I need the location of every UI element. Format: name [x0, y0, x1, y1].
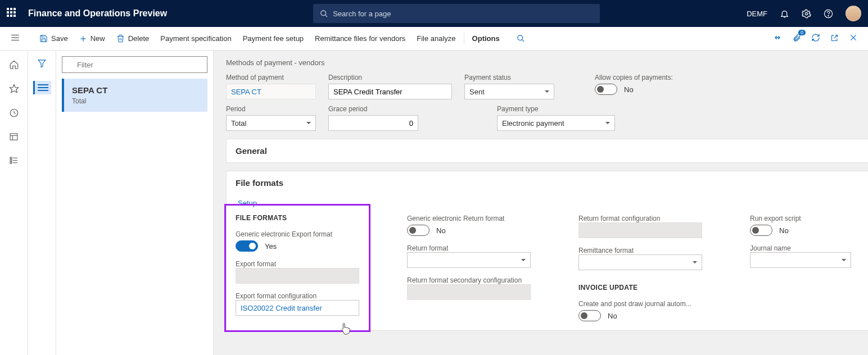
- attach-badge: 0: [798, 30, 806, 35]
- gen-return-value: No: [436, 226, 446, 235]
- payment-spec-button[interactable]: Payment specification: [155, 32, 237, 45]
- svg-marker-14: [10, 85, 18, 93]
- top-bar: Finance and Operations Preview Search fo…: [0, 0, 868, 27]
- save-button[interactable]: Save: [34, 32, 74, 45]
- list-column: SEPA CT Total: [56, 51, 214, 355]
- avatar[interactable]: [846, 6, 861, 21]
- close-icon[interactable]: [849, 33, 858, 44]
- save-icon: [39, 34, 48, 43]
- run-export-toggle[interactable]: [750, 225, 772, 236]
- payment-status-select[interactable]: Sent: [464, 84, 554, 99]
- return-config-input: [578, 222, 702, 238]
- plus-icon: [79, 35, 87, 43]
- popout-icon[interactable]: [830, 34, 839, 44]
- help-icon[interactable]: [824, 9, 833, 19]
- svg-point-4: [828, 15, 829, 16]
- description-label: Description: [328, 74, 452, 81]
- period-select[interactable]: Total: [226, 115, 316, 131]
- list-icon[interactable]: [9, 156, 19, 167]
- options-button[interactable]: Options: [467, 32, 505, 45]
- filter-column: [28, 51, 56, 355]
- payment-status-label: Payment status: [464, 74, 554, 81]
- allow-copies-value: No: [624, 85, 634, 94]
- list-item[interactable]: SEPA CT Total: [62, 79, 207, 112]
- refresh-icon[interactable]: [811, 33, 820, 44]
- allow-copies-label: Allow copies of payments:: [595, 74, 673, 81]
- svg-point-2: [805, 12, 807, 15]
- svg-rect-16: [10, 134, 17, 140]
- allow-copies-toggle[interactable]: [595, 84, 617, 95]
- new-button[interactable]: New: [74, 32, 111, 45]
- return-secondary-input: [407, 284, 531, 300]
- search-input[interactable]: Search for a page: [313, 4, 600, 23]
- view-lines-icon[interactable]: [33, 81, 51, 94]
- svg-marker-25: [38, 60, 46, 67]
- search-icon: [320, 10, 328, 18]
- payment-type-select[interactable]: Electronic payment: [497, 115, 615, 131]
- section-file-formats-header[interactable]: File formats: [227, 171, 868, 194]
- payment-fee-button[interactable]: Payment fee setup: [237, 32, 309, 45]
- clock-icon[interactable]: [9, 108, 19, 120]
- ribbon: Save New Delete Payment specification Pa…: [0, 27, 868, 51]
- search-icon: [517, 34, 525, 43]
- highlight-box: [224, 204, 370, 332]
- gen-return-toggle[interactable]: [407, 225, 430, 236]
- trash-icon: [116, 34, 125, 43]
- star-icon[interactable]: [9, 84, 19, 95]
- create-post-label: Create and post draw journal autom...: [578, 300, 691, 308]
- main-area: Methods of payment - vendors Method of p…: [214, 51, 868, 355]
- app-launcher-icon[interactable]: [7, 8, 18, 19]
- ribbon-right: 0: [773, 33, 864, 44]
- journal-name-label: Journal name: [750, 244, 791, 252]
- link-icon[interactable]: [773, 33, 782, 44]
- create-post-toggle[interactable]: [578, 310, 601, 321]
- bell-icon[interactable]: [780, 9, 789, 19]
- method-label: Method of payment: [226, 74, 316, 81]
- svg-rect-20: [10, 160, 12, 161]
- file-analyze-button[interactable]: File analyze: [411, 32, 461, 45]
- menu-icon[interactable]: [10, 33, 20, 44]
- remittance-format-select[interactable]: [578, 254, 702, 270]
- section-general-header[interactable]: General: [227, 139, 868, 162]
- attach-icon[interactable]: 0: [792, 33, 801, 44]
- search-placeholder: Search for a page: [333, 10, 391, 18]
- grid-icon[interactable]: [9, 132, 19, 143]
- delete-label: Delete: [128, 34, 150, 43]
- return-format-select[interactable]: [407, 252, 531, 268]
- save-label: Save: [51, 34, 68, 43]
- description-input[interactable]: [328, 84, 452, 99]
- section-general: General: [226, 139, 868, 163]
- period-label: Period: [226, 105, 316, 113]
- new-label: New: [91, 34, 105, 43]
- funnel-icon[interactable]: [37, 58, 47, 70]
- grace-input[interactable]: [328, 115, 418, 131]
- entity-label[interactable]: DEMF: [747, 10, 767, 18]
- app-title: Finance and Operations Preview: [28, 8, 167, 19]
- ribbon-search-button[interactable]: [511, 32, 531, 45]
- nav-rail: [0, 51, 28, 355]
- remittance-button[interactable]: Remittance files for vendors: [309, 32, 411, 45]
- return-secondary-label: Return format secondary configuration: [407, 276, 522, 284]
- list-filter-input[interactable]: [62, 56, 207, 73]
- gen-return-label: Generic electronic Return format: [407, 215, 504, 222]
- section-file-formats: File formats Setup FILE FORMATS Generic …: [226, 171, 868, 331]
- gear-icon[interactable]: [802, 9, 811, 19]
- remittance-format-label: Remittance format: [578, 247, 634, 254]
- svg-point-0: [321, 10, 326, 15]
- payment-type-label: Payment type: [497, 105, 615, 113]
- svg-rect-21: [10, 162, 12, 163]
- svg-rect-19: [10, 157, 12, 159]
- page-body: SEPA CT Total Methods of payment - vendo…: [0, 51, 868, 355]
- list-item-title: SEPA CT: [72, 85, 200, 95]
- svg-line-1: [326, 15, 328, 17]
- list-item-sub: Total: [72, 97, 200, 105]
- svg-point-10: [518, 35, 523, 40]
- journal-name-select[interactable]: [750, 252, 851, 268]
- home-icon[interactable]: [9, 60, 19, 71]
- delete-button[interactable]: Delete: [111, 32, 155, 45]
- create-post-value: No: [608, 312, 617, 320]
- grace-label: Grace period: [328, 105, 418, 113]
- top-right-controls: DEMF: [747, 6, 861, 21]
- run-export-value: No: [779, 226, 789, 235]
- method-value[interactable]: SEPA CT: [226, 84, 316, 99]
